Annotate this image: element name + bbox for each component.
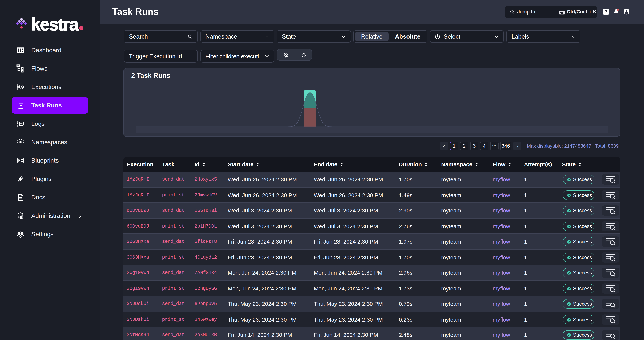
svg-text:?: ? — [605, 9, 607, 14]
